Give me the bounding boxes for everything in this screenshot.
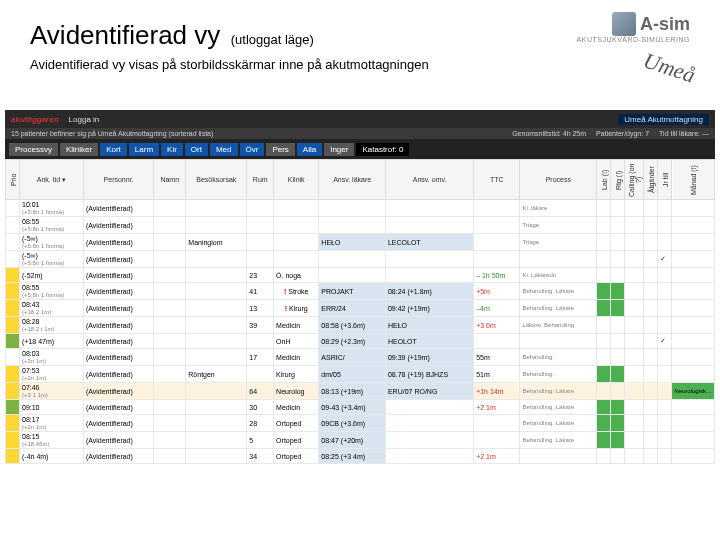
table-row[interactable]: 08:55(+5:8n 1 fimma)(Avidentifierad)41 S… [6, 283, 715, 300]
cell-status [597, 217, 611, 234]
cell-status [611, 366, 625, 383]
col-manad[interactable]: Månad (!) [672, 160, 715, 200]
tab-kir[interactable]: Kir [161, 143, 183, 156]
cell-ttc [474, 334, 520, 349]
table-row[interactable]: (-5∞)(+5:8n 1 fimma)(Avidentifierad) [6, 251, 715, 268]
col-personnr[interactable]: Personnr. [83, 160, 153, 200]
col-rtg[interactable]: Rtg (!) [611, 160, 625, 200]
table-row[interactable]: 09:10(Avidentifierad)30 Medicin09-43 (+3… [6, 400, 715, 415]
table-row[interactable]: 08:17(+2n 1m)(Avidentifierad)28 Ortoped0… [6, 415, 715, 432]
table-row[interactable]: 07:53(+2n 1m)(Avidentifierad)Röntgen Kir… [6, 366, 715, 383]
cell-process: Behandling. Läkare [520, 300, 597, 317]
cell-klinik: Neurolog [274, 383, 319, 400]
cell-orsak [186, 400, 247, 415]
table-row[interactable]: (-52m)(Avidentifierad)23 Ö. noga– 1h 50m… [6, 268, 715, 283]
cell-klinik: Medicin [274, 317, 319, 334]
cell-prio [6, 383, 20, 400]
cell-status [611, 234, 625, 251]
cell-status [611, 334, 625, 349]
table-row[interactable]: 08:03(+2n 1m)(Avidentifierad)17 MedicinA… [6, 349, 715, 366]
cell-namn [154, 283, 186, 300]
col-atg[interactable]: Åtgärder [644, 160, 658, 200]
col-ttc[interactable]: TTC [474, 160, 520, 200]
col-orsak[interactable]: Besöksorsak [186, 160, 247, 200]
cell-namn [154, 366, 186, 383]
cell-status [597, 432, 611, 449]
cell-orsak: Maningiom [186, 234, 247, 251]
cell-status [597, 349, 611, 366]
cell-status [625, 400, 644, 415]
cell-process: Ki. läkare [520, 200, 597, 217]
tab-ort[interactable]: Ort [185, 143, 208, 156]
col-calling[interactable]: Calling (on ?) [625, 160, 644, 200]
cell-status [625, 349, 644, 366]
slide-subtitle: (utloggat läge) [231, 32, 314, 47]
cell-klinik: Kirurg [274, 366, 319, 383]
table-row[interactable]: 08:43(+18 2 1m)(Avidentifierad)13 Kirurg… [6, 300, 715, 317]
cell-rum [247, 334, 274, 349]
cell-rum [247, 234, 274, 251]
cell-ansvlak: 09CB (+3.6m) [319, 415, 386, 432]
table-row[interactable]: 08:28(+18 2 t 1m)(Avidentifierad)39 Medi… [6, 317, 715, 334]
col-ansvlak[interactable]: Ansv. läkare [319, 160, 386, 200]
stat-pu-label: Patienter/dygn: [596, 130, 643, 137]
tab-inger[interactable]: Inger [324, 143, 354, 156]
cell-manad [672, 268, 715, 283]
tab-alla[interactable]: Alla [297, 143, 322, 156]
cell-jrtill [658, 268, 672, 283]
table-row[interactable]: (-4n 4m)(Avidentifierad)34 Ortoped08:25 … [6, 449, 715, 464]
col-namn[interactable]: Namn [154, 160, 186, 200]
cell-jrtill [658, 415, 672, 432]
cell-status [597, 383, 611, 400]
tab-med[interactable]: Med [210, 143, 238, 156]
cell-klinik: Ö. noga [274, 268, 319, 283]
col-jrtill[interactable]: Jr till [658, 160, 672, 200]
cell-status [625, 217, 644, 234]
tab-pers[interactable]: Pers [266, 143, 294, 156]
tab-ovr[interactable]: Övr [240, 143, 265, 156]
table-row[interactable]: (+18 47m)(Avidentifierad) OnH08:29 (+2.3… [6, 334, 715, 349]
col-rum[interactable]: Rum [247, 160, 274, 200]
col-ansvom[interactable]: Ansv. omv. [385, 160, 473, 200]
table-row[interactable]: 08:15(+18 45m)(Avidentifierad)5 Ortoped0… [6, 432, 715, 449]
table-row[interactable]: (-5∞)(+5:8n 1 fimma)(Avidentifierad)Mani… [6, 234, 715, 251]
cell-personnr: (Avidentifierad) [83, 432, 153, 449]
tab-kliniker[interactable]: Kliniker [60, 143, 98, 156]
tab-kort[interactable]: Kort [100, 143, 127, 156]
cell-ttc [474, 200, 520, 217]
cell-status [597, 251, 611, 268]
cell-status [625, 366, 644, 383]
cell-anktid: 08:15(+18 45m) [20, 432, 84, 449]
cell-ttc: +2 1m [474, 400, 520, 415]
tab-larm[interactable]: Larm [129, 143, 159, 156]
login-link[interactable]: Logga in [69, 115, 100, 124]
cell-ansvlak: 08:25 (+3 4m) [319, 449, 386, 464]
cell-anktid: (-5∞)(+5:8n 1 fimma) [20, 251, 84, 268]
cell-manad [672, 300, 715, 317]
col-klinik[interactable]: Klinik [274, 160, 319, 200]
cell-ansvlak [319, 217, 386, 234]
col-prio[interactable]: Prio [6, 160, 20, 200]
col-anktid[interactable]: Ank. tid ▾ [20, 160, 84, 200]
cell-ttc [474, 251, 520, 268]
cell-status [644, 449, 658, 464]
cell-status [597, 334, 611, 349]
cell-namn [154, 334, 186, 349]
cell-namn [154, 217, 186, 234]
table-row[interactable]: 10:01(+5:8n 1 fimma)(Avidentifierad) Ki.… [6, 200, 715, 217]
table-row[interactable]: 07:46(+3 1 1m)(Avidentifierad)64 Neurolo… [6, 383, 715, 400]
cell-ansvlak: dm/05 [319, 366, 386, 383]
table-row[interactable]: 08:55(+5:8n 1 fimma)(Avidentifierad) Tri… [6, 217, 715, 234]
cell-status [644, 432, 658, 449]
cell-status [625, 300, 644, 317]
cell-klinik: Ortoped [274, 432, 319, 449]
col-process[interactable]: Process [520, 160, 597, 200]
app-topbar: akutliggaren Logga in Umeå Akutmottagnin… [5, 110, 715, 128]
cell-status [611, 300, 625, 317]
col-lab[interactable]: Lab (!) [597, 160, 611, 200]
tab-katastrof[interactable]: Katastrof: 0 [356, 143, 409, 156]
tab-processvy[interactable]: Processvy [9, 143, 58, 156]
cell-manad [672, 217, 715, 234]
cell-orsak [186, 283, 247, 300]
cell-prio [6, 200, 20, 217]
